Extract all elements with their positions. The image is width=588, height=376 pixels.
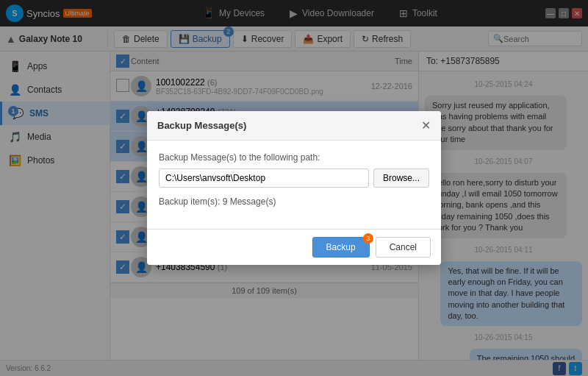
modal-path-label: Backup Message(s) to the following path:	[159, 152, 429, 163]
modal-header: Backup Message(s) ✕	[147, 111, 441, 141]
backup-modal: Backup Message(s) ✕ Backup Message(s) to…	[147, 111, 441, 265]
modal-path-row: Browse...	[159, 169, 429, 188]
browse-button[interactable]: Browse...	[373, 169, 429, 188]
cancel-button[interactable]: Cancel	[376, 237, 431, 258]
modal-overlay: Backup Message(s) ✕ Backup Message(s) to…	[0, 0, 588, 376]
modal-path-input[interactable]	[159, 169, 369, 188]
modal-close-button[interactable]: ✕	[421, 118, 431, 132]
backup-confirm-label: Backup	[326, 242, 356, 252]
modal-footer: Backup 3 Cancel	[147, 229, 441, 265]
modal-items-info: Backup item(s): 9 Message(s)	[159, 196, 429, 207]
modal-badge: 3	[363, 233, 373, 244]
backup-confirm-button[interactable]: Backup 3	[312, 237, 370, 258]
modal-title: Backup Message(s)	[157, 120, 246, 131]
modal-body: Backup Message(s) to the following path:…	[147, 141, 441, 229]
